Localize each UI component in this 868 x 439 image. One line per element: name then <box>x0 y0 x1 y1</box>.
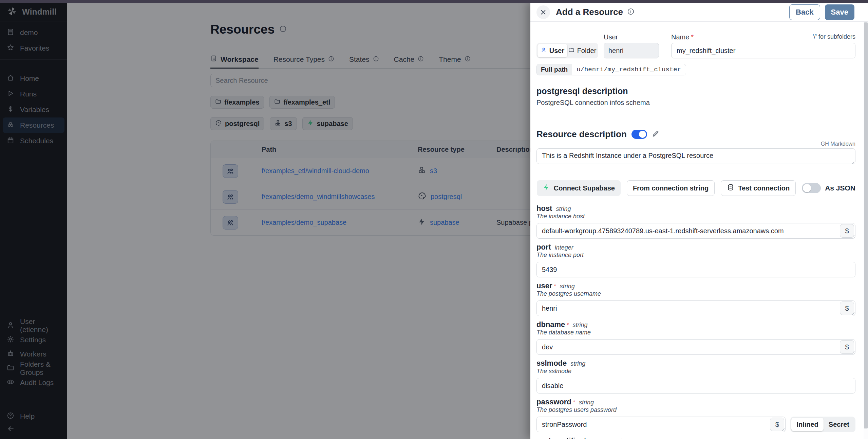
variable-picker-button[interactable]: $ <box>770 418 784 431</box>
drawer-title: Add a Resource <box>556 7 623 17</box>
owner-user-input[interactable] <box>604 43 659 58</box>
variable-picker-button[interactable]: $ <box>840 301 854 315</box>
host-input[interactable] <box>536 223 855 239</box>
schema-subtitle: PostgreSQL connection infos schema <box>536 99 855 107</box>
field-root-certificate-pem: root_certificate_pemstring <box>536 436 855 439</box>
drawer-body: User Name* '/' for subfolders User Folde… <box>530 22 868 439</box>
owner-kind-toggle: User Folder <box>536 43 598 58</box>
markdown-hint: GH Markdown <box>536 141 855 147</box>
variable-picker-button[interactable]: $ <box>840 224 854 238</box>
add-resource-drawer: Add a Resource Back Save User Name* '/' … <box>530 3 868 439</box>
port-input[interactable] <box>536 262 855 277</box>
password-mode-toggle: Inlined Secret <box>790 417 855 432</box>
field-user: user*string The postgres username $ <box>536 281 855 316</box>
sslmode-input[interactable] <box>536 378 855 394</box>
info-icon[interactable] <box>627 8 635 17</box>
field-sslmode: sslmodestring The sslmode <box>536 359 855 394</box>
pencil-icon[interactable] <box>652 130 659 139</box>
variable-picker-button[interactable]: $ <box>840 340 854 354</box>
dbname-input[interactable] <box>536 339 855 355</box>
folder-icon <box>568 47 574 55</box>
full-path-value: u/henri/my_redshift_cluster <box>572 64 686 75</box>
person-icon <box>541 47 547 55</box>
subfolders-hint: '/' for subfolders <box>813 33 855 41</box>
field-host: hoststring The instance host $ <box>536 204 855 239</box>
window-top-strip <box>0 0 868 3</box>
schema-title: postgresql description <box>536 86 855 96</box>
as-json-toggle[interactable] <box>802 183 821 193</box>
field-password: password*string The postgres users passw… <box>536 398 855 432</box>
inlined-option[interactable]: Inlined <box>791 418 823 431</box>
password-input[interactable] <box>536 417 786 432</box>
resource-description-textarea[interactable]: This is a Redshift Instance under a Post… <box>536 148 855 164</box>
test-connection-button[interactable]: Test connection <box>721 180 796 196</box>
drawer-scrollbar <box>864 22 868 439</box>
owner-folder-option[interactable]: Folder <box>567 44 597 57</box>
description-toggle[interactable] <box>631 130 647 139</box>
owner-user-option[interactable]: User <box>537 44 567 57</box>
secret-option[interactable]: Secret <box>824 418 854 431</box>
full-path-label: Full path <box>537 64 572 75</box>
resource-description-title: Resource description <box>536 129 627 140</box>
from-connection-string-button[interactable]: From connection string <box>627 180 715 196</box>
scrollbar-thumb[interactable] <box>864 22 868 428</box>
as-json-label: As JSON <box>825 184 855 192</box>
connect-supabase-button[interactable]: Connect Supabase <box>537 180 621 196</box>
field-port: portinteger The instance port <box>536 243 855 277</box>
name-field-label: Name* <box>671 33 694 41</box>
close-button[interactable] <box>536 5 550 19</box>
database-icon <box>727 184 734 193</box>
save-button[interactable]: Save <box>825 4 854 20</box>
drawer-header: Add a Resource Back Save <box>530 3 868 22</box>
resource-name-input[interactable] <box>671 43 855 58</box>
full-path: Full path u/henri/my_redshift_cluster <box>536 64 686 75</box>
user-field-label: User <box>604 33 671 41</box>
supabase-icon <box>543 184 550 193</box>
close-icon <box>540 8 547 16</box>
field-dbname: dbname*string The database name $ <box>536 320 855 355</box>
back-button[interactable]: Back <box>789 4 820 20</box>
windmill-app: Windmill demo Favorites Home Runs <box>0 0 868 439</box>
user-input[interactable] <box>536 300 855 316</box>
